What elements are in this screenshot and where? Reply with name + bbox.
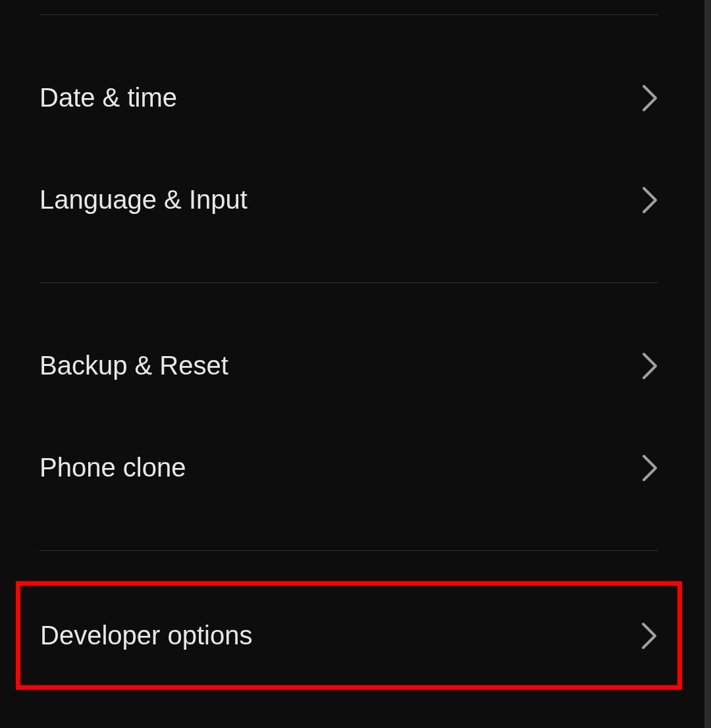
settings-item-label: Date & time <box>40 83 177 113</box>
settings-item-language-input[interactable]: Language & Input <box>0 149 698 251</box>
settings-item-label: Backup & Reset <box>40 351 228 380</box>
settings-item-label: Language & Input <box>40 185 248 215</box>
settings-item-developer-options[interactable]: Developer options <box>16 581 682 690</box>
settings-item-date-time[interactable]: Date & time <box>0 47 698 149</box>
settings-group-1: Date & time Language & Input <box>0 15 698 282</box>
chevron-right-icon <box>641 84 658 113</box>
chevron-right-icon <box>641 621 658 650</box>
settings-item-label: Developer options <box>40 621 252 650</box>
settings-item-phone-clone[interactable]: Phone clone <box>0 417 698 519</box>
scrollbar[interactable] <box>704 0 711 728</box>
settings-item-label: Phone clone <box>40 453 186 482</box>
chevron-right-icon <box>641 351 658 380</box>
settings-group-3: Developer options <box>0 551 698 690</box>
settings-item-backup-reset[interactable]: Backup & Reset <box>0 315 698 417</box>
settings-group-2: Backup & Reset Phone clone <box>0 283 698 550</box>
chevron-right-icon <box>641 186 658 215</box>
settings-list: Date & time Language & Input Backup & Re… <box>0 14 698 728</box>
chevron-right-icon <box>641 454 658 482</box>
